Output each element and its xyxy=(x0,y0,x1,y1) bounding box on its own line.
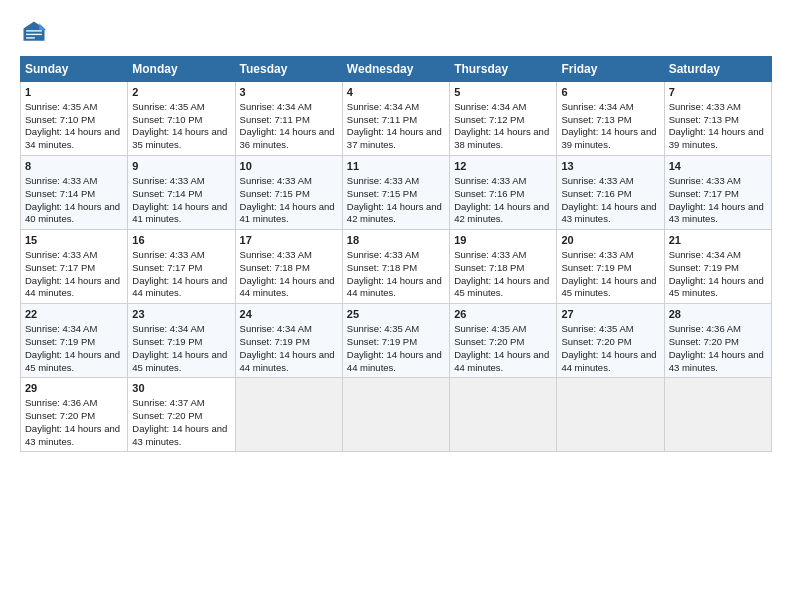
sunset-text: Sunset: 7:15 PM xyxy=(347,188,445,201)
sunset-text: Sunset: 7:19 PM xyxy=(347,336,445,349)
day-number: 23 xyxy=(132,307,230,322)
daylight-text: Daylight: 14 hours and 38 minutes. xyxy=(454,126,552,152)
sunset-text: Sunset: 7:14 PM xyxy=(132,188,230,201)
sunrise-text: Sunrise: 4:33 AM xyxy=(561,175,659,188)
sunset-text: Sunset: 7:13 PM xyxy=(669,114,767,127)
day-number: 12 xyxy=(454,159,552,174)
daylight-text: Daylight: 14 hours and 41 minutes. xyxy=(240,201,338,227)
svg-marker-1 xyxy=(39,23,46,30)
calendar-table: SundayMondayTuesdayWednesdayThursdayFrid… xyxy=(20,56,772,452)
calendar-cell: 5Sunrise: 4:34 AMSunset: 7:12 PMDaylight… xyxy=(450,82,557,156)
sunrise-text: Sunrise: 4:35 AM xyxy=(454,323,552,336)
calendar-cell: 14Sunrise: 4:33 AMSunset: 7:17 PMDayligh… xyxy=(664,156,771,230)
header xyxy=(20,18,772,46)
sunrise-text: Sunrise: 4:34 AM xyxy=(561,101,659,114)
daylight-text: Daylight: 14 hours and 45 minutes. xyxy=(561,275,659,301)
day-number: 2 xyxy=(132,85,230,100)
sunrise-text: Sunrise: 4:36 AM xyxy=(669,323,767,336)
logo xyxy=(20,18,52,46)
daylight-text: Daylight: 14 hours and 44 minutes. xyxy=(25,275,123,301)
calendar-cell: 26Sunrise: 4:35 AMSunset: 7:20 PMDayligh… xyxy=(450,304,557,378)
sunrise-text: Sunrise: 4:33 AM xyxy=(561,249,659,262)
col-header-sunday: Sunday xyxy=(21,57,128,82)
sunset-text: Sunset: 7:16 PM xyxy=(561,188,659,201)
day-number: 11 xyxy=(347,159,445,174)
col-header-monday: Monday xyxy=(128,57,235,82)
page: SundayMondayTuesdayWednesdayThursdayFrid… xyxy=(0,0,792,612)
calendar-cell: 6Sunrise: 4:34 AMSunset: 7:13 PMDaylight… xyxy=(557,82,664,156)
sunset-text: Sunset: 7:12 PM xyxy=(454,114,552,127)
day-number: 25 xyxy=(347,307,445,322)
day-number: 13 xyxy=(561,159,659,174)
daylight-text: Daylight: 14 hours and 45 minutes. xyxy=(454,275,552,301)
day-number: 21 xyxy=(669,233,767,248)
day-number: 1 xyxy=(25,85,123,100)
sunset-text: Sunset: 7:20 PM xyxy=(454,336,552,349)
day-number: 19 xyxy=(454,233,552,248)
sunrise-text: Sunrise: 4:33 AM xyxy=(25,175,123,188)
day-number: 14 xyxy=(669,159,767,174)
calendar-cell: 30Sunrise: 4:37 AMSunset: 7:20 PMDayligh… xyxy=(128,378,235,452)
sunset-text: Sunset: 7:13 PM xyxy=(561,114,659,127)
calendar-cell: 2Sunrise: 4:35 AMSunset: 7:10 PMDaylight… xyxy=(128,82,235,156)
calendar-cell: 9Sunrise: 4:33 AMSunset: 7:14 PMDaylight… xyxy=(128,156,235,230)
calendar-cell: 13Sunrise: 4:33 AMSunset: 7:16 PMDayligh… xyxy=(557,156,664,230)
calendar-cell: 12Sunrise: 4:33 AMSunset: 7:16 PMDayligh… xyxy=(450,156,557,230)
calendar-cell xyxy=(235,378,342,452)
sunrise-text: Sunrise: 4:34 AM xyxy=(240,323,338,336)
calendar-cell: 25Sunrise: 4:35 AMSunset: 7:19 PMDayligh… xyxy=(342,304,449,378)
sunset-text: Sunset: 7:20 PM xyxy=(669,336,767,349)
daylight-text: Daylight: 14 hours and 35 minutes. xyxy=(132,126,230,152)
sunrise-text: Sunrise: 4:33 AM xyxy=(347,249,445,262)
day-number: 24 xyxy=(240,307,338,322)
calendar-cell: 22Sunrise: 4:34 AMSunset: 7:19 PMDayligh… xyxy=(21,304,128,378)
daylight-text: Daylight: 14 hours and 43 minutes. xyxy=(25,423,123,449)
day-number: 4 xyxy=(347,85,445,100)
day-number: 30 xyxy=(132,381,230,396)
sunrise-text: Sunrise: 4:34 AM xyxy=(25,323,123,336)
daylight-text: Daylight: 14 hours and 44 minutes. xyxy=(240,275,338,301)
daylight-text: Daylight: 14 hours and 44 minutes. xyxy=(347,275,445,301)
sunset-text: Sunset: 7:20 PM xyxy=(561,336,659,349)
sunrise-text: Sunrise: 4:33 AM xyxy=(669,101,767,114)
col-header-friday: Friday xyxy=(557,57,664,82)
svg-rect-3 xyxy=(26,34,42,35)
sunrise-text: Sunrise: 4:33 AM xyxy=(454,175,552,188)
daylight-text: Daylight: 14 hours and 45 minutes. xyxy=(132,349,230,375)
calendar-cell: 7Sunrise: 4:33 AMSunset: 7:13 PMDaylight… xyxy=(664,82,771,156)
sunrise-text: Sunrise: 4:33 AM xyxy=(454,249,552,262)
sunrise-text: Sunrise: 4:33 AM xyxy=(240,175,338,188)
col-header-wednesday: Wednesday xyxy=(342,57,449,82)
day-number: 10 xyxy=(240,159,338,174)
daylight-text: Daylight: 14 hours and 40 minutes. xyxy=(25,201,123,227)
day-number: 8 xyxy=(25,159,123,174)
sunrise-text: Sunrise: 4:33 AM xyxy=(669,175,767,188)
sunrise-text: Sunrise: 4:36 AM xyxy=(25,397,123,410)
sunset-text: Sunset: 7:19 PM xyxy=(132,336,230,349)
calendar-cell: 21Sunrise: 4:34 AMSunset: 7:19 PMDayligh… xyxy=(664,230,771,304)
sunset-text: Sunset: 7:18 PM xyxy=(240,262,338,275)
sunrise-text: Sunrise: 4:34 AM xyxy=(347,101,445,114)
logo-icon xyxy=(20,18,48,46)
sunrise-text: Sunrise: 4:33 AM xyxy=(347,175,445,188)
day-number: 22 xyxy=(25,307,123,322)
calendar-cell xyxy=(664,378,771,452)
sunset-text: Sunset: 7:19 PM xyxy=(25,336,123,349)
day-number: 18 xyxy=(347,233,445,248)
calendar-cell: 15Sunrise: 4:33 AMSunset: 7:17 PMDayligh… xyxy=(21,230,128,304)
calendar-cell xyxy=(342,378,449,452)
day-number: 28 xyxy=(669,307,767,322)
sunset-text: Sunset: 7:10 PM xyxy=(132,114,230,127)
calendar-cell: 28Sunrise: 4:36 AMSunset: 7:20 PMDayligh… xyxy=(664,304,771,378)
sunset-text: Sunset: 7:15 PM xyxy=(240,188,338,201)
day-number: 15 xyxy=(25,233,123,248)
sunrise-text: Sunrise: 4:35 AM xyxy=(132,101,230,114)
sunset-text: Sunset: 7:11 PM xyxy=(347,114,445,127)
daylight-text: Daylight: 14 hours and 44 minutes. xyxy=(454,349,552,375)
day-number: 5 xyxy=(454,85,552,100)
sunset-text: Sunset: 7:20 PM xyxy=(25,410,123,423)
daylight-text: Daylight: 14 hours and 44 minutes. xyxy=(561,349,659,375)
sunrise-text: Sunrise: 4:34 AM xyxy=(132,323,230,336)
sunrise-text: Sunrise: 4:34 AM xyxy=(240,101,338,114)
sunset-text: Sunset: 7:17 PM xyxy=(669,188,767,201)
